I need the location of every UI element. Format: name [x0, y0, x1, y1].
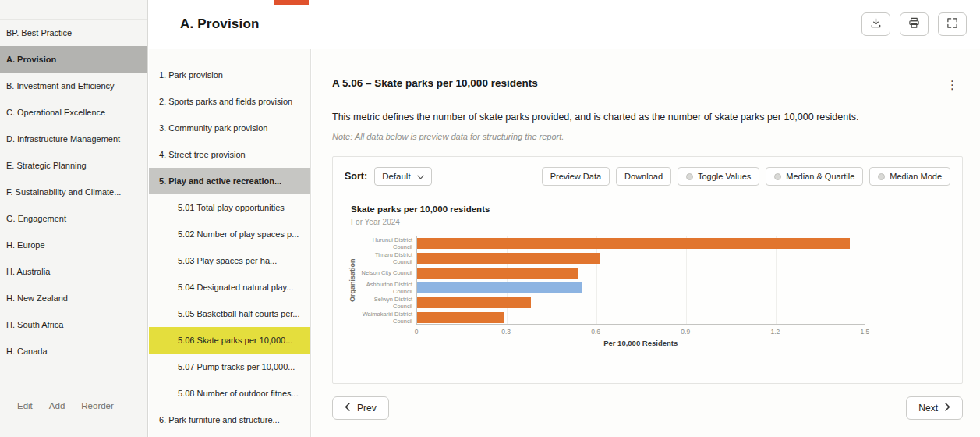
subnav-item[interactable]: 5.04 Designated natural play...: [149, 274, 310, 300]
bar-row: [417, 236, 865, 250]
bar[interactable]: [417, 253, 600, 264]
bar[interactable]: [417, 297, 531, 308]
category-label: Waimakariri District Council: [359, 310, 416, 325]
sidebar-item[interactable]: H. Canada: [0, 338, 147, 364]
subnav-item[interactable]: 5.07 Pump tracks per 10,000...: [149, 354, 310, 380]
bar[interactable]: [417, 238, 850, 249]
sidebar-item[interactable]: A. Provision: [0, 46, 147, 73]
subnav-list: 1. Park provision2. Sports parks and fie…: [149, 62, 310, 433]
x-tick-label: 1.5: [860, 328, 869, 336]
sidebar-item[interactable]: F. Sustainability and Climate...: [0, 179, 147, 205]
category-label: Timaru District Council: [359, 250, 416, 265]
chevron-down-icon: [417, 172, 424, 181]
chart-y-axis-title: Organisation: [346, 236, 359, 325]
x-tick-label: 1.2: [770, 328, 780, 336]
x-tick-label: 0.9: [681, 328, 690, 336]
subnav-item[interactable]: 2. Sports parks and fields provision: [149, 88, 310, 115]
bar-row: [417, 265, 865, 280]
chart-plot-area: 00.30.60.91.21.5 Per 10,000 Residents: [416, 236, 950, 353]
sidebar-item[interactable]: G. Engagement: [0, 205, 147, 232]
printer-icon: [908, 17, 920, 31]
sidebar-item[interactable]: H. Europe: [0, 232, 147, 258]
sidebar-item[interactable]: B. Investment and Efficiency: [0, 73, 147, 99]
download-button[interactable]: [861, 12, 890, 36]
bar-row: [417, 250, 865, 265]
toggle-values-button[interactable]: Toggle Values: [678, 167, 759, 186]
button-label: Preview Data: [550, 172, 601, 181]
subnav-item[interactable]: 4. Street tree provision: [149, 141, 310, 168]
button-label: Toggle Values: [698, 172, 751, 181]
subnav-item[interactable]: 3. Community park provision: [149, 115, 310, 141]
sort-label: Sort:: [345, 171, 367, 182]
sort-dropdown[interactable]: Default: [374, 167, 431, 186]
pagination: Prev Next: [332, 396, 963, 420]
download-button[interactable]: Download: [616, 167, 671, 186]
subnav-item[interactable]: 1. Park provision: [149, 62, 310, 88]
sidebar-item[interactable]: H. South Africa: [0, 311, 147, 338]
subnav-item[interactable]: 5.01 Total play opportunities: [149, 194, 310, 221]
sidebar-item[interactable]: E. Strategic Planning: [0, 152, 147, 179]
category-label: Hurunui District Council: [359, 236, 416, 250]
metric-title: A 5.06 – Skate parks per 10,000 resident…: [332, 77, 538, 89]
sidebar-item[interactable]: H. Australia: [0, 258, 147, 285]
subnav-item[interactable]: 5.08 Number of outdoor fitnes...: [149, 380, 310, 407]
download-icon: [870, 17, 882, 31]
content-area: A 5.06 – Skate parks per 10,000 resident…: [312, 49, 980, 437]
left-sidebar: BP. Best PracticeA. ProvisionB. Investme…: [0, 0, 148, 437]
next-button-label: Next: [918, 403, 938, 414]
page-title: A. Provision: [180, 16, 260, 32]
subnav-item[interactable]: 5.06 Skate parks per 10,000...: [149, 327, 310, 354]
preview-data-button[interactable]: Preview Data: [542, 167, 610, 186]
prev-button-label: Prev: [357, 403, 377, 414]
sidebar-footer: EditAddReorder: [0, 389, 147, 437]
metric-header: A 5.06 – Skate parks per 10,000 resident…: [332, 77, 963, 92]
sidebar-header: [0, 0, 147, 20]
subnav-item[interactable]: 5.05 Basketball half courts per...: [149, 300, 310, 327]
subnav-item[interactable]: 5.02 Number of play spaces p...: [149, 221, 310, 247]
median-mode-button[interactable]: Median Mode: [869, 167, 950, 186]
x-tick-label: 0.6: [591, 328, 600, 336]
chart: Organisation Hurunui District CouncilTim…: [346, 236, 950, 353]
category-label: Nelson City Council: [359, 265, 416, 280]
button-label: Median & Quartile: [786, 172, 854, 181]
bar[interactable]: [417, 312, 504, 323]
radio-indicator-icon: [878, 173, 885, 180]
chart-x-ticks: 00.30.60.91.21.5: [416, 325, 865, 336]
chart-controls: Sort: Default Preview DataDownloadToggle…: [345, 167, 950, 186]
bar-row: [417, 310, 865, 325]
kebab-menu-button[interactable]: ⋮: [942, 77, 963, 92]
x-tick-label: 0.3: [501, 328, 511, 336]
add-button[interactable]: Add: [49, 401, 65, 437]
sidebar-item[interactable]: D. Infrastructure Management: [0, 126, 147, 152]
subnav-item[interactable]: 5.03 Play spaces per ha...: [149, 247, 310, 274]
next-button[interactable]: Next: [906, 396, 963, 420]
bar[interactable]: [417, 282, 582, 293]
median-quartile-button[interactable]: Median & Quartile: [766, 167, 863, 186]
top-accent-bar: [274, 0, 309, 5]
expand-button[interactable]: [938, 12, 967, 36]
chart-category-labels: Hurunui District CouncilTimaru District …: [359, 236, 416, 325]
edit-button[interactable]: Edit: [17, 401, 33, 437]
sort-value: Default: [382, 172, 410, 181]
bar-row: [417, 280, 865, 295]
chevron-left-icon: [345, 403, 350, 414]
sidebar-item[interactable]: BP. Best Practice: [0, 20, 147, 46]
sidebar-item[interactable]: C. Operational Excellence: [0, 99, 147, 126]
subnav-item[interactable]: 6. Park furniture and structure...: [149, 407, 310, 433]
print-button[interactable]: [900, 12, 929, 36]
subnav-item[interactable]: 5. Play and active recreation...: [149, 168, 310, 194]
category-label: Ashburton District Council: [359, 280, 416, 295]
header-actions: [861, 12, 967, 36]
reorder-button[interactable]: Reorder: [81, 401, 114, 437]
chart-x-axis-title: Per 10,000 Residents: [416, 339, 865, 347]
radio-indicator-icon: [686, 173, 693, 180]
chevron-right-icon: [945, 403, 950, 414]
chart-bars: [417, 236, 865, 324]
sidebar-list: BP. Best PracticeA. ProvisionB. Investme…: [0, 20, 147, 364]
chart-title: Skate parks per 10,000 residents: [351, 204, 950, 214]
bar[interactable]: [417, 268, 578, 279]
sidebar-item[interactable]: H. New Zealand: [0, 285, 147, 311]
prev-button[interactable]: Prev: [332, 396, 389, 420]
chart-axis-area: [416, 236, 865, 325]
gridline: [865, 236, 865, 324]
